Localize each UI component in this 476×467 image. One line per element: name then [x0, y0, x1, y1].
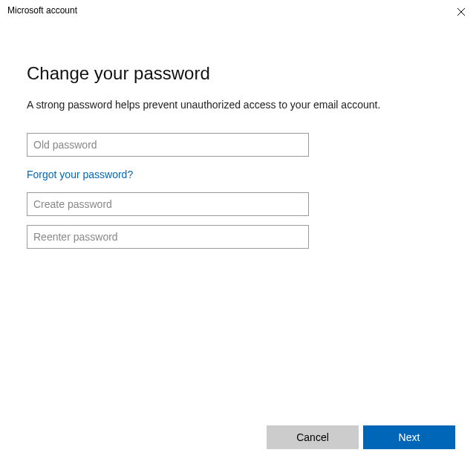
titlebar: Microsoft account	[0, 0, 476, 22]
main-content: Change your password A strong password h…	[0, 22, 476, 249]
old-password-input[interactable]	[27, 133, 309, 157]
forgot-password-link[interactable]: Forgot your password?	[27, 169, 133, 180]
next-button[interactable]: Next	[363, 425, 455, 449]
close-button[interactable]	[454, 4, 469, 19]
footer-buttons: Cancel Next	[267, 425, 455, 449]
close-icon	[457, 8, 465, 16]
window-title: Microsoft account	[7, 4, 77, 16]
page-subtext: A strong password helps prevent unauthor…	[27, 99, 449, 111]
create-password-input[interactable]	[27, 192, 309, 216]
cancel-button[interactable]: Cancel	[267, 425, 359, 449]
page-heading: Change your password	[27, 63, 449, 84]
reenter-password-input[interactable]	[27, 225, 309, 249]
